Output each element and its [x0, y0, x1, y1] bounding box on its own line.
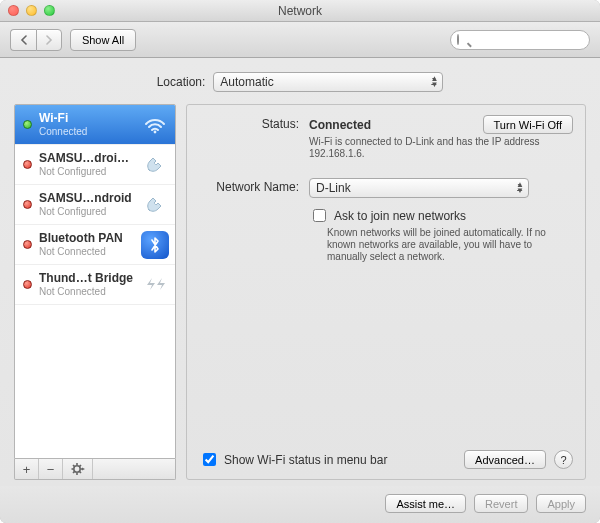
sidebar-footer: + −	[14, 459, 176, 480]
sidebar-item-name: Bluetooth PAN	[39, 232, 134, 245]
ask-to-join-input[interactable]	[313, 209, 326, 222]
search-icon	[457, 34, 459, 45]
svg-line-8	[73, 472, 74, 473]
sidebar-item-status: Connected	[39, 125, 134, 138]
network-preferences-window: Network Show All Location: Automatic ▲▼	[0, 0, 600, 523]
sidebar-item-name: Thund…t Bridge	[39, 272, 134, 285]
add-service-button[interactable]: +	[15, 459, 39, 479]
titlebar: Network	[0, 0, 600, 22]
ask-to-join-label: Ask to join new networks	[334, 209, 466, 223]
help-button[interactable]: ?	[554, 450, 573, 469]
chevron-left-icon	[20, 35, 28, 45]
thunderbolt-icon	[141, 271, 169, 299]
status-dot-icon	[23, 120, 32, 129]
sidebar-item-name: SAMSU…ndroid	[39, 192, 134, 205]
status-description: Wi-Fi is connected to D-Link and has the…	[309, 136, 569, 160]
updown-icon: ▲▼	[516, 182, 524, 194]
svg-line-6	[73, 465, 74, 466]
service-list[interactable]: Wi-Fi Connected SAMSU…droid 2 Not Config…	[14, 104, 176, 459]
status-dot-icon	[23, 200, 32, 209]
remove-service-button[interactable]: −	[39, 459, 63, 479]
search-field[interactable]	[450, 30, 590, 50]
service-actions-menu[interactable]	[63, 459, 93, 479]
apply-button[interactable]: Apply	[536, 494, 586, 513]
revert-button[interactable]: Revert	[474, 494, 528, 513]
location-select[interactable]: Automatic ▲▼	[213, 72, 443, 92]
assist-me-button[interactable]: Assist me…	[385, 494, 466, 513]
service-sidebar: Wi-Fi Connected SAMSU…droid 2 Not Config…	[14, 104, 176, 480]
phone-tether-icon	[141, 191, 169, 219]
toolbar: Show All	[0, 22, 600, 58]
svg-line-9	[79, 465, 80, 466]
content-area: Location: Automatic ▲▼ Wi-Fi Connected	[0, 58, 600, 486]
sidebar-item-thunderbolt-bridge[interactable]: Thund…t Bridge Not Connected	[15, 265, 175, 305]
footer: Assist me… Revert Apply	[0, 486, 600, 523]
window-title: Network	[0, 4, 600, 18]
status-dot-icon	[23, 280, 32, 289]
sidebar-item-status: Not Configured	[39, 165, 134, 178]
bluetooth-icon	[141, 231, 169, 259]
sidebar-item-wifi[interactable]: Wi-Fi Connected	[15, 105, 175, 145]
detail-panel: Status: Connected Turn Wi-Fi Off Wi-Fi i…	[186, 104, 586, 480]
sidebar-item-name: Wi-Fi	[39, 112, 134, 125]
wifi-icon	[141, 111, 169, 139]
show-status-menubar-label: Show Wi-Fi status in menu bar	[224, 453, 387, 467]
location-value: Automatic	[220, 75, 273, 89]
status-dot-icon	[23, 160, 32, 169]
forward-button[interactable]	[36, 29, 62, 51]
sidebar-item-samsung-android-2[interactable]: SAMSU…droid 2 Not Configured	[15, 145, 175, 185]
ask-to-join-description: Known networks will be joined automatica…	[327, 227, 567, 263]
sidebar-item-bluetooth-pan[interactable]: Bluetooth PAN Not Connected	[15, 225, 175, 265]
svg-point-1	[73, 466, 79, 472]
nav-segment	[10, 29, 62, 51]
svg-line-7	[79, 472, 80, 473]
sidebar-item-name: SAMSU…droid 2	[39, 152, 134, 165]
network-name-select[interactable]: D-Link ▲▼	[309, 178, 529, 198]
phone-tether-icon	[141, 151, 169, 179]
advanced-button[interactable]: Advanced…	[464, 450, 546, 469]
wifi-toggle-button[interactable]: Turn Wi-Fi Off	[483, 115, 573, 134]
status-dot-icon	[23, 240, 32, 249]
location-row: Location: Automatic ▲▼	[14, 72, 586, 92]
sidebar-item-status: Not Configured	[39, 205, 134, 218]
chevron-right-icon	[45, 35, 53, 45]
status-value: Connected	[309, 118, 371, 132]
gear-icon	[71, 462, 85, 476]
svg-point-0	[154, 130, 157, 133]
network-name-label: Network Name:	[199, 178, 299, 194]
show-all-button[interactable]: Show All	[70, 29, 136, 51]
back-button[interactable]	[10, 29, 36, 51]
sidebar-item-status: Not Connected	[39, 285, 134, 298]
network-name-value: D-Link	[316, 181, 351, 195]
updown-icon: ▲▼	[430, 76, 438, 88]
sidebar-item-status: Not Connected	[39, 245, 134, 258]
status-label: Status:	[199, 115, 299, 131]
show-status-menubar-checkbox[interactable]: Show Wi-Fi status in menu bar	[199, 450, 387, 469]
sidebar-item-samsung-android[interactable]: SAMSU…ndroid Not Configured	[15, 185, 175, 225]
ask-to-join-checkbox[interactable]: Ask to join new networks	[309, 206, 573, 225]
show-status-menubar-input[interactable]	[203, 453, 216, 466]
search-input[interactable]	[463, 33, 600, 47]
location-label: Location:	[157, 75, 206, 89]
